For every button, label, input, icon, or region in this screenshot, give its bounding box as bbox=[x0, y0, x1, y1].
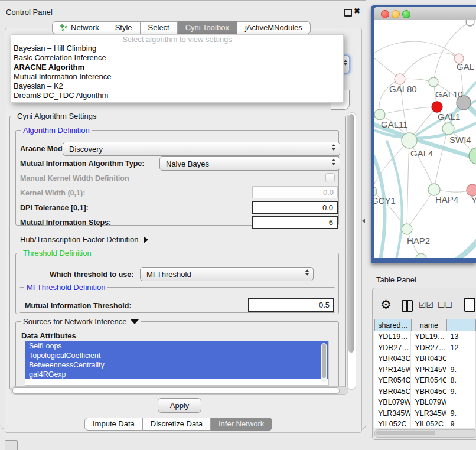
network-node-GAL80[interactable] bbox=[395, 74, 405, 84]
table-cell: YBR043C bbox=[411, 353, 446, 364]
document-icon[interactable] bbox=[464, 298, 475, 312]
network-node-Y[interactable] bbox=[467, 184, 476, 196]
algorithm-option-3[interactable]: Mutual Information Inference bbox=[11, 72, 343, 81]
collapse-down-triangle-icon[interactable] bbox=[131, 319, 139, 324]
table-row[interactable]: YBL079WYBL079W bbox=[374, 397, 476, 408]
tab-cyni-toolbox-label: Cyni Toolbox bbox=[185, 21, 229, 34]
gear-icon[interactable]: ⚙ bbox=[380, 298, 392, 312]
table-cell: YLR345W bbox=[411, 408, 446, 419]
algorithm-option-4[interactable]: Bayesian – K2 bbox=[11, 81, 343, 91]
table-cell: YDR27… bbox=[374, 343, 411, 354]
algorithm-option-2[interactable]: ARACNE Algorithm bbox=[11, 63, 343, 72]
manual-kernel-checkbox[interactable] bbox=[325, 173, 335, 182]
combo-spinner-icon bbox=[332, 144, 335, 151]
which-threshold-combo[interactable]: MI Threshold bbox=[140, 267, 314, 281]
network-node-GAL1[interactable] bbox=[432, 102, 442, 112]
which-threshold-value: MI Threshold bbox=[146, 270, 191, 279]
table-cell bbox=[446, 397, 476, 408]
table-cell: YER054C bbox=[411, 375, 446, 386]
network-node-8[interactable] bbox=[469, 148, 476, 164]
node-label-GCY1: GCY1 bbox=[374, 195, 396, 206]
aracne-mode-combo[interactable]: Discovery bbox=[63, 142, 340, 156]
network-canvas[interactable]: GALGAL80GAL10GAL1GAL11SWI4GAL4GCY1HAP4YH… bbox=[374, 20, 476, 258]
mac-minimize-button[interactable] bbox=[392, 10, 400, 18]
table-cell: YBR043C bbox=[374, 353, 411, 364]
data-attributes-list[interactable]: SelfLoopsTopologicalCoefficientBetweenne… bbox=[25, 341, 329, 386]
table-row[interactable]: YDR27…YDR27…12 bbox=[374, 343, 476, 354]
algorithm-option-1[interactable]: Basic Correlation Inference bbox=[11, 53, 343, 63]
tab-discretize-data-label: Discretize Data bbox=[151, 418, 203, 431]
network-node-GAL4[interactable] bbox=[402, 133, 417, 148]
collapsed-panel-icon[interactable] bbox=[5, 440, 18, 450]
data-attribute-item-3[interactable]: gal4RGexp bbox=[25, 370, 328, 379]
tab-cyni-toolbox[interactable]: Cyni Toolbox bbox=[178, 21, 237, 34]
algorithm-option-0[interactable]: Bayesian – Hill Climbing bbox=[11, 44, 343, 53]
algorithm-popup: Select algorithm to view settings Bayesi… bbox=[11, 34, 344, 103]
sources-legend-text: Sources for Network Inference bbox=[23, 317, 127, 326]
table-row[interactable]: YIL052CYIL052C9 bbox=[374, 419, 476, 428]
table-cell: YDR27… bbox=[411, 343, 446, 354]
float-icon[interactable] bbox=[344, 9, 352, 17]
table-cell: 9. bbox=[446, 408, 476, 419]
unchecked-boxes-icon[interactable]: ☐☐ bbox=[438, 300, 452, 309]
table-header-row: shared…name bbox=[374, 319, 476, 331]
cyni-algorithm-settings-legend: Cyni Algorithm Settings bbox=[15, 112, 99, 120]
settings-vertical-scrollbar[interactable] bbox=[347, 112, 356, 390]
algorithm-definition-legend: Algorithm Definition bbox=[21, 126, 92, 135]
tab-impute-data[interactable]: Impute Data bbox=[84, 418, 143, 431]
checked-boxes-icon[interactable]: ☑☑ bbox=[419, 300, 433, 309]
close-icon[interactable]: ✖ bbox=[354, 6, 360, 15]
network-node-GAL11[interactable] bbox=[374, 109, 385, 120]
apply-button[interactable]: Apply bbox=[158, 398, 201, 413]
node-label-HAP4: HAP4 bbox=[435, 194, 458, 204]
network-view-titlebar[interactable] bbox=[374, 7, 476, 21]
mi-type-combo[interactable]: Naive Bayes bbox=[159, 156, 340, 171]
tab-jactivemnodules[interactable]: jActiveMNodules bbox=[237, 21, 311, 34]
table-body[interactable]: YDL19…YDL19…13YDR27…YDR27…12YBR043CYBR04… bbox=[374, 331, 476, 428]
hub-definition-row[interactable]: Hub/Transcription Factor Definition bbox=[20, 235, 148, 244]
table-row[interactable]: YBR043CYBR043C bbox=[374, 353, 476, 364]
columns-icon[interactable] bbox=[402, 300, 413, 312]
mi-type-value: Naive Bayes bbox=[166, 159, 209, 168]
node-label-GAL1: GAL1 bbox=[438, 112, 460, 122]
mac-close-button[interactable] bbox=[381, 10, 389, 18]
network-node-0[interactable] bbox=[466, 20, 474, 26]
data-attribute-item-0[interactable]: SelfLoops bbox=[25, 341, 328, 351]
column-header-1[interactable]: name bbox=[412, 319, 447, 331]
tab-network[interactable]: Network bbox=[52, 21, 107, 34]
table-row[interactable]: YLR345WYLR345W9. bbox=[374, 408, 476, 419]
data-attribute-item-1[interactable]: TopologicalCoefficient bbox=[25, 351, 328, 360]
network-node-SWI4[interactable] bbox=[442, 123, 454, 135]
attribute-list-scrollbar[interactable] bbox=[321, 343, 327, 382]
network-node-HAP2[interactable] bbox=[402, 224, 412, 234]
data-attribute-item-2[interactable]: BetweennessCentrality bbox=[25, 360, 328, 370]
network-node-GAL10[interactable] bbox=[429, 77, 438, 87]
mi-steps-field[interactable]: 6 bbox=[252, 216, 338, 229]
table-cell: YDL19… bbox=[374, 331, 411, 343]
column-header-0[interactable]: shared… bbox=[374, 319, 412, 331]
node-table: shared…name bbox=[374, 319, 476, 331]
mi-threshold-field[interactable]: 0.5 bbox=[248, 298, 334, 312]
table-row[interactable]: YER054CYER054C8. bbox=[374, 375, 476, 386]
tab-select[interactable]: Select bbox=[141, 21, 178, 34]
algorithm-option-5[interactable]: Dream8 DC_TDC Algorithm bbox=[11, 91, 343, 100]
splitter-collapse-icon[interactable] bbox=[362, 219, 365, 223]
network-node-14[interactable] bbox=[416, 253, 426, 258]
table-row[interactable]: YPR145WYPR145W9. bbox=[374, 364, 476, 376]
dpi-tolerance-field[interactable]: 0.0 bbox=[252, 201, 338, 214]
node-label-Y: Y bbox=[471, 195, 476, 205]
expand-right-triangle-icon[interactable] bbox=[144, 236, 148, 243]
table-row[interactable]: YDL19…YDL19…13 bbox=[374, 331, 476, 343]
table-cell: YPR145W bbox=[374, 364, 411, 376]
tab-discretize-data[interactable]: Discretize Data bbox=[143, 418, 211, 431]
tab-style[interactable]: Style bbox=[107, 21, 141, 34]
mac-zoom-button[interactable] bbox=[402, 10, 410, 18]
table-cell: YBR045C bbox=[374, 386, 411, 397]
tab-infer-network[interactable]: Infer Network bbox=[211, 418, 272, 431]
column-header-2[interactable] bbox=[447, 319, 476, 331]
kernel-width-label: Kernel Width (0,1): bbox=[20, 189, 85, 197]
table-horizontal-scrollbar[interactable] bbox=[374, 429, 476, 438]
network-node-HAP4[interactable] bbox=[428, 184, 440, 195]
settings-horizontal-scrollbar[interactable] bbox=[11, 386, 348, 395]
table-row[interactable]: YBR045CYBR045C9. bbox=[374, 386, 476, 397]
